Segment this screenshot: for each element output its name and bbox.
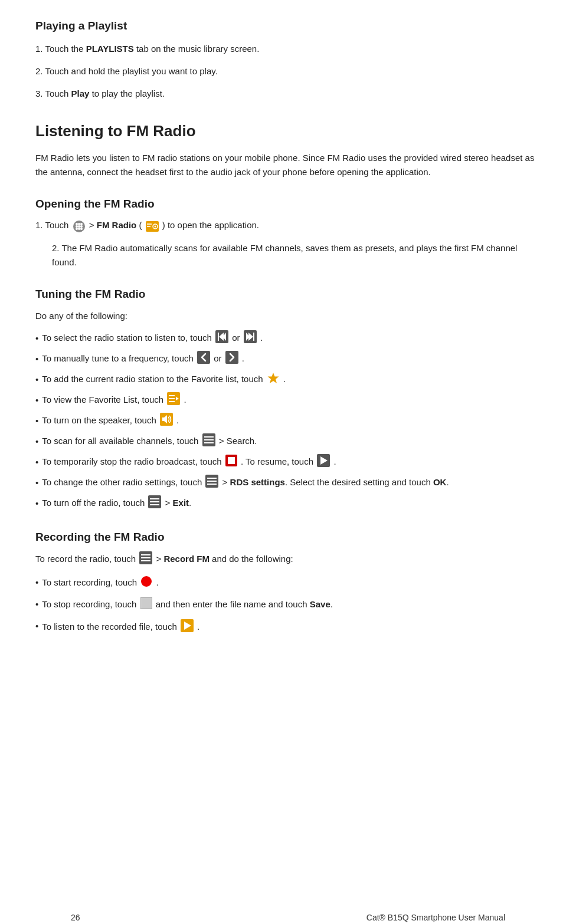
rds-settings-bold: RDS settings xyxy=(230,477,285,487)
svg-point-51 xyxy=(141,576,152,587)
bullet-2-text: To manually tune to a frequency, touch o… xyxy=(42,351,244,368)
menu-icon-3 xyxy=(148,495,161,512)
svg-rect-33 xyxy=(204,439,214,440)
bullet-add-favorite: • To add the current radio station to th… xyxy=(35,371,541,389)
record-red-icon xyxy=(140,576,152,591)
speaker-icon xyxy=(160,413,173,430)
stop-square-icon xyxy=(140,597,152,613)
tuning-fm-title: Tuning the FM Radio xyxy=(35,286,541,303)
svg-rect-45 xyxy=(150,501,159,502)
svg-rect-26 xyxy=(169,398,175,399)
bullet-scan: • To scan for all available channels, to… xyxy=(35,433,541,451)
svg-rect-12 xyxy=(147,226,150,227)
svg-rect-44 xyxy=(150,498,159,499)
bullet-view-favorite: • To view the Favorite List, touch xyxy=(35,392,541,409)
svg-rect-21 xyxy=(197,351,210,364)
bullet-8-text: To change the other radio settings, touc… xyxy=(42,475,449,492)
bullet-manual-tune: • To manually tune to a frequency, touch… xyxy=(35,351,541,368)
bullet-3-text: To add the current radio station to the … xyxy=(42,371,286,389)
recording-fm-section: Recording the FM Radio To record the rad… xyxy=(35,529,541,637)
play-icon xyxy=(317,454,330,471)
svg-rect-42 xyxy=(207,484,217,485)
svg-point-14 xyxy=(154,226,156,228)
svg-point-7 xyxy=(76,228,78,230)
menu-icon-2 xyxy=(205,475,218,492)
chevron-right-icon xyxy=(225,351,238,368)
bullet-6-text: To scan for all available channels, touc… xyxy=(42,433,257,451)
svg-point-2 xyxy=(78,223,80,225)
footer-text: Cat® B15Q Smartphone User Manual xyxy=(366,912,505,924)
record-bullet-dot-3: • xyxy=(35,619,38,633)
menu-icon-1 xyxy=(202,433,215,451)
svg-rect-32 xyxy=(204,436,214,438)
svg-rect-41 xyxy=(207,481,217,482)
record-bullet-1: • To start recording, touch . xyxy=(35,576,541,591)
ok-bold: OK xyxy=(433,477,447,487)
fm-description: FM Radio lets you listen to FM radio sta… xyxy=(35,151,541,179)
tuning-intro: Do any of the following: xyxy=(35,309,541,323)
stop-icon xyxy=(225,455,237,471)
svg-rect-52 xyxy=(140,597,152,609)
record-bullet-dot-1: • xyxy=(35,576,38,590)
play-orange-icon xyxy=(181,619,194,636)
svg-rect-46 xyxy=(150,504,159,505)
opening-fm-section: Opening the FM Radio 1. Touch xyxy=(35,196,541,270)
bullet-rds-settings: • To change the other radio settings, to… xyxy=(35,475,541,492)
svg-point-5 xyxy=(78,225,80,228)
record-bullet-2: • To stop recording, touch and then ente… xyxy=(35,597,541,613)
chevron-left-icon xyxy=(197,351,210,368)
step-3: 3. Touch Play to play the playlist. xyxy=(35,87,541,101)
bullet-dot-6: • xyxy=(35,435,38,449)
page-wrapper: Playing a Playlist 1. Touch the PLAYLIST… xyxy=(35,18,541,924)
content-area: Playing a Playlist 1. Touch the PLAYLIST… xyxy=(35,18,541,678)
opening-fm-title: Opening the FM Radio xyxy=(35,196,541,213)
svg-rect-49 xyxy=(141,557,150,558)
fm-radio-bold: FM Radio xyxy=(97,220,137,230)
bullet-4-text: To view the Favorite List, touch xyxy=(42,392,186,409)
page-footer: 26 Cat® B15Q Smartphone User Manual xyxy=(35,912,541,924)
svg-point-9 xyxy=(80,228,83,230)
page-number: 26 xyxy=(71,912,80,924)
record-fm-bold: Record FM xyxy=(163,554,210,564)
playing-playlist-section: Playing a Playlist 1. Touch the PLAYLIST… xyxy=(35,18,541,101)
tuning-fm-section: Tuning the FM Radio Do any of the follow… xyxy=(35,286,541,512)
recording-fm-title: Recording the FM Radio xyxy=(35,529,541,546)
svg-marker-23 xyxy=(267,373,279,383)
bullet-select-station: • To select the radio station to listen … xyxy=(35,330,541,347)
svg-point-3 xyxy=(80,223,83,225)
bullet-speaker: • To turn on the speaker, touch xyxy=(35,413,541,430)
bullet-9-text: To turn off the radio, touch > Exit. xyxy=(42,495,191,512)
bullet-dot-7: • xyxy=(35,455,38,469)
bullet-dot-4: • xyxy=(35,393,38,407)
record-bullet-dot-2: • xyxy=(35,597,38,611)
bullet-dot-8: • xyxy=(35,476,38,490)
playing-playlist-title: Playing a Playlist xyxy=(35,18,541,35)
bullet-stop-resume: • To temporarily stop the radio broadcas… xyxy=(35,454,541,471)
bullet-dot-3: • xyxy=(35,373,38,387)
svg-rect-17 xyxy=(218,333,219,341)
record-bullet-3: • To listen to the recorded file, touch … xyxy=(35,619,541,636)
playlists-bold: PLAYLISTS xyxy=(86,44,134,54)
bullet-5-text: To turn on the speaker, touch . xyxy=(42,413,179,430)
prev-icon xyxy=(215,330,228,347)
listening-fm-section: Listening to FM Radio FM Radio lets you … xyxy=(35,120,541,637)
svg-point-1 xyxy=(76,223,78,225)
fm-radio-icon xyxy=(146,219,159,233)
exit-bold: Exit xyxy=(173,498,189,508)
svg-point-6 xyxy=(80,225,83,228)
bullet-1-text: To select the radio station to listen to… xyxy=(42,330,263,347)
bullet-dot-2: • xyxy=(35,352,38,366)
svg-rect-11 xyxy=(147,223,152,225)
next-icon xyxy=(244,330,257,347)
svg-rect-27 xyxy=(169,401,175,402)
step-2-text: 2. Touch and hold the playlist you want … xyxy=(35,66,218,76)
bullet-exit: • To turn off the radio, touch xyxy=(35,495,541,512)
recording-intro: To record the radio, touch > Record FM a… xyxy=(35,551,541,568)
listening-fm-title: Listening to FM Radio xyxy=(35,120,541,143)
svg-point-4 xyxy=(76,225,78,228)
bullet-dot-5: • xyxy=(35,414,38,428)
list-icon xyxy=(167,392,180,409)
svg-rect-48 xyxy=(141,554,150,555)
tuning-bullets: • To select the radio station to listen … xyxy=(35,330,541,512)
star-icon xyxy=(267,371,280,389)
